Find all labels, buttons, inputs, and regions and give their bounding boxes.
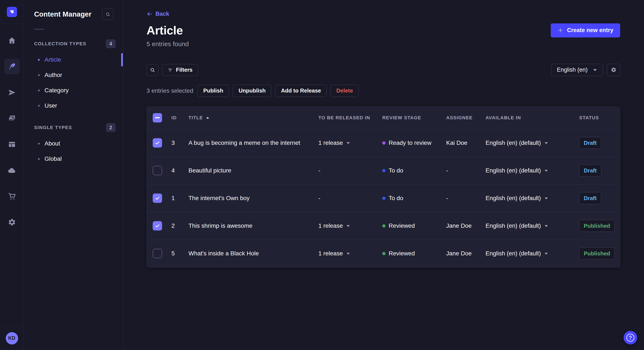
release-cell[interactable]: -: [315, 167, 379, 174]
sidebar-item-global[interactable]: Global: [24, 151, 123, 167]
review-stage-cell: Reviewed: [379, 250, 443, 257]
table-row[interactable]: 1 The internet's Own boy - To do - Engli…: [147, 184, 620, 212]
back-link[interactable]: Back: [146, 11, 169, 17]
entries-count: 5 entries found: [146, 40, 620, 48]
table-body: 3 A bug is becoming a meme on the intern…: [147, 129, 620, 267]
strapi-logo[interactable]: [0, 0, 24, 24]
content-manager-icon[interactable]: [4, 59, 20, 74]
sidebar-item-about[interactable]: About: [24, 136, 123, 151]
arrow-left-icon: [146, 11, 152, 17]
available-in-cell[interactable]: English (en) (default): [482, 250, 576, 257]
column-header-released: TO BE RELEASED IN: [315, 115, 379, 121]
publish-button[interactable]: Publish: [198, 85, 229, 97]
row-id: 4: [168, 167, 185, 174]
avatar[interactable]: KD: [6, 332, 18, 345]
sidebar-item-category[interactable]: Category: [24, 83, 123, 98]
select-all-checkbox[interactable]: [153, 113, 162, 123]
divider: [34, 29, 44, 29]
release-cell[interactable]: 1 release: [315, 140, 379, 146]
filters-button[interactable]: Filters: [162, 64, 198, 76]
table-header-row: ID TITLE TO BE RELEASED IN REVIEW STAGE …: [147, 107, 620, 129]
indeterminate-dash-icon: [155, 117, 160, 118]
media-library-icon[interactable]: [4, 111, 20, 126]
deploy-icon[interactable]: [4, 163, 20, 178]
chevron-down-icon: [346, 141, 350, 145]
table-row[interactable]: 3 A bug is becoming a meme on the intern…: [147, 129, 620, 157]
page-title: Article: [146, 23, 183, 37]
row-assignee: Kai Doe: [443, 140, 482, 146]
add-to-release-button[interactable]: Add to Release: [275, 85, 327, 97]
status-badge: Published: [579, 220, 614, 232]
releases-icon[interactable]: [4, 85, 20, 100]
column-header-review: REVIEW STAGE: [379, 115, 443, 121]
row-title: The internet's Own boy: [185, 195, 315, 201]
help-button[interactable]: ?: [624, 331, 637, 345]
chevron-down-icon: [544, 224, 548, 227]
row-checkbox[interactable]: [153, 193, 162, 203]
filter-icon: [168, 67, 173, 72]
collection-types-section: COLLECTION TYPES 4 Article Author Catego…: [24, 39, 123, 113]
column-header-title[interactable]: TITLE: [185, 115, 315, 121]
sidebar-item-article[interactable]: Article: [24, 52, 123, 67]
selection-count: 3 entries selected: [146, 87, 193, 94]
item-bullet: [38, 143, 40, 145]
available-in-cell[interactable]: English (en) (default): [482, 167, 576, 174]
sidebar-item-label: Category: [44, 87, 69, 94]
review-stage-dot: [382, 224, 386, 227]
row-assignee: -: [443, 195, 482, 201]
gear-icon: [611, 67, 616, 73]
sort-asc-icon: [206, 116, 210, 119]
row-checkbox[interactable]: [153, 249, 162, 258]
sidebar-item-label: Global: [44, 156, 62, 162]
search-button[interactable]: [146, 64, 158, 76]
release-cell[interactable]: 1 release: [315, 222, 379, 229]
unpublish-button[interactable]: Unpublish: [233, 85, 271, 97]
search-icon: [106, 12, 110, 17]
chevron-down-icon: [346, 224, 350, 227]
row-checkbox[interactable]: [153, 138, 162, 148]
available-in-cell[interactable]: English (en) (default): [482, 195, 576, 201]
available-in-cell[interactable]: English (en) (default): [482, 222, 576, 229]
row-checkbox[interactable]: [153, 166, 162, 175]
entries-table: ID TITLE TO BE RELEASED IN REVIEW STAGE …: [146, 106, 620, 268]
row-id: 3: [168, 140, 185, 146]
sidebar-item-author[interactable]: Author: [24, 67, 123, 83]
item-bullet: [38, 74, 40, 76]
sidebar-item-user[interactable]: User: [24, 98, 123, 113]
status-badge: Draft: [579, 192, 601, 204]
available-in-cell[interactable]: English (en) (default): [482, 140, 576, 146]
create-new-entry-button[interactable]: Create new entry: [551, 23, 620, 37]
view-settings-button[interactable]: [607, 64, 620, 76]
status-badge: Draft: [579, 137, 601, 149]
column-header-id[interactable]: ID: [168, 115, 185, 121]
settings-icon[interactable]: [4, 214, 20, 230]
review-stage-cell: To do: [379, 195, 443, 201]
delete-button[interactable]: Delete: [330, 85, 359, 97]
row-assignee: Jane Doe: [443, 250, 482, 257]
table-row[interactable]: 5 What's inside a Black Hole 1 release R…: [147, 240, 620, 267]
row-checkbox[interactable]: [153, 221, 162, 230]
chevron-down-icon: [544, 141, 548, 145]
status-badge: Draft: [579, 165, 601, 176]
chevron-down-icon: [544, 252, 548, 255]
status-badge: Published: [579, 247, 614, 259]
row-id: 2: [168, 222, 185, 229]
sidebar: Content Manager COLLECTION TYPES 4 Artic…: [24, 0, 123, 350]
marketplace-icon[interactable]: [4, 189, 20, 204]
sidebar-item-label: Article: [44, 56, 61, 63]
release-cell[interactable]: -: [315, 195, 379, 201]
section-label: SINGLE TYPES: [34, 125, 72, 130]
sidebar-search-button[interactable]: [102, 8, 114, 20]
content-type-builder-icon[interactable]: [4, 137, 20, 152]
locale-select[interactable]: English (en): [551, 64, 603, 76]
home-icon[interactable]: [4, 33, 20, 48]
column-header-status: STATUS: [576, 115, 620, 121]
release-cell[interactable]: 1 release: [315, 250, 379, 257]
chevron-down-icon: [593, 68, 597, 72]
item-bullet: [38, 105, 40, 107]
table-row[interactable]: 2 This shrimp is awesome 1 release Revie…: [147, 212, 620, 240]
review-stage-dot: [382, 141, 386, 145]
nav-rail: KD: [0, 0, 24, 350]
table-row[interactable]: 4 Beautiful picture - To do - English (e…: [147, 157, 620, 184]
row-id: 1: [168, 195, 185, 201]
